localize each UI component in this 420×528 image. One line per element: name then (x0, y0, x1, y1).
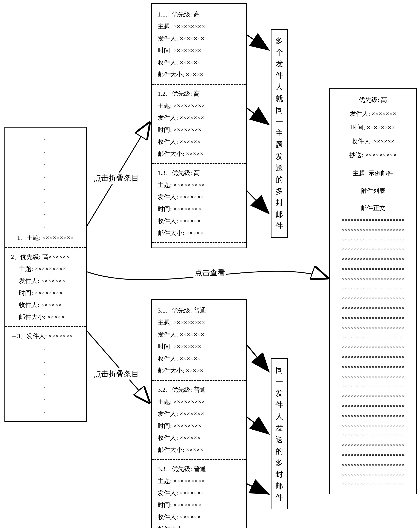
subject-row: 主题: ××××××××× (11, 263, 80, 275)
sender-row: 发件人: ××××××× (11, 275, 80, 287)
recipient-row: 收件人: ×××××× (158, 511, 240, 523)
collapsed-item-1[interactable]: ＋1、主题: ××××××××× (11, 232, 80, 244)
separator (5, 247, 86, 248)
detail-cc: 抄送: ××××××××× (336, 148, 410, 162)
separator (152, 459, 246, 460)
priority-row: 3.1、优先级: 普通 (158, 304, 240, 317)
expanded-item-1-3[interactable]: 1.3、优先级: 高 主题: ××××××××× 发件人: ××××××× 时间… (158, 167, 240, 239)
separator (152, 163, 246, 164)
expanded-by-subject-panel: 1.1、优先级: 高 主题: ××××××××× 发件人: ××××××× 时间… (151, 3, 247, 248)
time-row: 时间: ×××××××× (158, 499, 240, 511)
subject-row: 主题: ××××××××× (158, 100, 240, 112)
collapsed-item-3[interactable]: ＋3、发件人: ××××××× (11, 330, 80, 342)
priority-row: 2、优先级: 高×××××× (11, 251, 80, 263)
recipient-row: 收件人: ×××××× (158, 57, 240, 69)
time-row: 时间: ×××××××× (158, 45, 240, 57)
recipient-row: 收件人: ×××××× (11, 299, 80, 311)
size-row: 邮件大小: ××××× (158, 227, 240, 239)
detail-subject: 主题: 示例邮件 (336, 167, 410, 180)
sender-row: 发件人: ××××××× (158, 408, 240, 420)
priority-row: 3.3、优先级: 普通 (158, 463, 240, 475)
size-row: 邮件大小: ××××× (158, 444, 240, 456)
priority-row: 3.2、优先级: 普通 (158, 384, 240, 396)
time-row: 时间: ×××××××× (158, 124, 240, 136)
recipient-row: 收件人: ×××××× (158, 215, 240, 227)
separator (152, 380, 246, 381)
subject-row: 主题: ××××××××× (158, 21, 240, 33)
mail-body-content: ××××××××××××××××××××××××××××××××××××××××… (336, 215, 410, 489)
expanded-by-sender-panel: 3.1、优先级: 普通 主题: ××××××××× 发件人: ××××××× 时… (151, 300, 247, 528)
mail-body-label: 邮件正文 (336, 201, 410, 215)
expanded-item-3-3[interactable]: 3.3、优先级: 普通 主题: ××××××××× 发件人: ××××××× 时… (158, 463, 240, 528)
note-same-sender-multiple-mails: 同一发件人发送的多封邮件 (271, 358, 288, 509)
sender-row: 发件人: ××××××× (158, 191, 240, 203)
sender-row: 发件人: ××××××× (158, 329, 240, 341)
expanded-item-3-1[interactable]: 3.1、优先级: 普通 主题: ××××××××× 发件人: ××××××× 时… (158, 304, 240, 377)
expanded-item-1-1[interactable]: 1.1、优先级: 高 主题: ××××××××× 发件人: ××××××× 时间… (158, 9, 240, 81)
time-row: 时间: ×××××××× (11, 287, 80, 299)
dots-bottom: 。 。 。 。 。 。 (11, 342, 80, 417)
priority-row: 1.1、优先级: 高 (158, 9, 240, 21)
size-row: 邮件大小: ××××× (158, 69, 240, 81)
priority-row: 1.2、优先级: 高 (158, 88, 240, 100)
dots-top: 。 。 。 。 。 。 。 。 (11, 132, 80, 232)
mail-item-2[interactable]: 2、优先级: 高×××××× 主题: ××××××××× 发件人: ××××××… (11, 251, 80, 323)
recipient-row: 收件人: ×××××× (158, 353, 240, 365)
expanded-item-3-2[interactable]: 3.2、优先级: 普通 主题: ××××××××× 发件人: ××××××× 时… (158, 384, 240, 456)
subject-row: 主题: ××××××××× (158, 317, 240, 329)
time-row: 时间: ×××××××× (158, 420, 240, 432)
subject-row: 主题: ××××××××× (158, 475, 240, 487)
priority-row: 1.3、优先级: 高 (158, 167, 240, 179)
time-row: 时间: ×××××××× (158, 203, 240, 215)
detail-sender: 发件人: ××××××× (336, 107, 410, 121)
sender-row: 发件人: ××××××× (158, 33, 240, 45)
subject-row: 主题: ××××××××× (158, 396, 240, 408)
detail-recipient: 收件人: ×××××× (336, 134, 410, 148)
attachment-list-label: 附件列表 (336, 184, 410, 198)
recipient-row: 收件人: ×××××× (158, 136, 240, 148)
size-row: 邮件大小: ××××× (11, 311, 80, 323)
time-row: 时间: ×××××××× (158, 341, 240, 353)
size-row: 邮件大小: ××××× (158, 365, 240, 377)
mail-summary-panel: 。 。 。 。 。 。 。 。 ＋1、主题: ××××××××× 2、优先级: … (4, 127, 87, 422)
size-row: 邮件大小: ××××× (158, 148, 240, 160)
sender-row: 发件人: ××××××× (158, 487, 240, 499)
separator (152, 84, 246, 84)
recipient-row: 收件人: ×××××× (158, 432, 240, 444)
label-click-view: 点击查看 (193, 267, 226, 278)
label-expand-top: 点击折叠条目 (92, 172, 140, 184)
separator (5, 326, 86, 327)
sender-row: 发件人: ××××××× (158, 112, 240, 124)
separator (152, 242, 246, 243)
detail-time: 时间: ×××××××× (336, 121, 410, 134)
note-multiple-senders-same-subject: 多个发件人就同一主题发送的多封邮件 (271, 29, 288, 238)
expanded-item-1-2[interactable]: 1.2、优先级: 高 主题: ××××××××× 发件人: ××××××× 时间… (158, 88, 240, 160)
mail-detail-panel: 优先级: 高 发件人: ××××××× 时间: ×××××××× 收件人: ××… (329, 88, 417, 494)
label-expand-bottom: 点击折叠条目 (92, 368, 140, 380)
subject-row: 主题: ××××××××× (158, 179, 240, 191)
size-row: 邮件大小: ××××× (158, 523, 240, 528)
detail-priority: 优先级: 高 (336, 93, 410, 107)
